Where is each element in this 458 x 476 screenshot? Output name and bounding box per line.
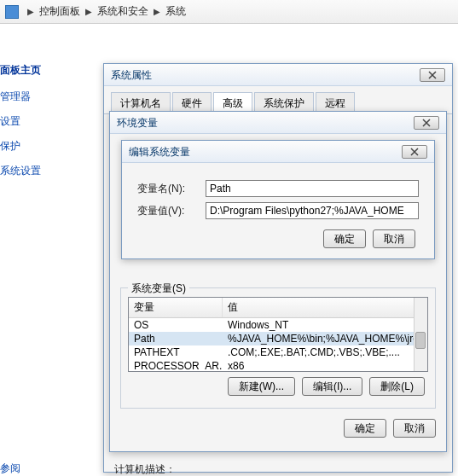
close-button[interactable] xyxy=(420,68,445,82)
table-row[interactable]: Path %JAVA_HOME%\bin;%JAVA_HOME%\jre... xyxy=(129,332,427,345)
close-icon xyxy=(428,71,437,79)
edit-variable-button[interactable]: 编辑(I)... xyxy=(302,377,362,396)
ok-button[interactable]: 确定 xyxy=(344,419,386,438)
variable-name-label: 变量名(N): xyxy=(137,182,206,196)
dialog-title: 环境变量 xyxy=(117,112,158,134)
cancel-button[interactable]: 取消 xyxy=(393,419,436,438)
table-row[interactable]: PATHEXT .COM;.EXE;.BAT;.CMD;.VBS;.VBE;..… xyxy=(129,345,427,359)
sidebar-link[interactable]: 参阅 xyxy=(0,456,94,476)
chevron-right-icon: ▶ xyxy=(27,7,34,16)
col-value[interactable]: 值 xyxy=(223,298,427,317)
scroll-thumb[interactable] xyxy=(415,332,426,349)
col-variable[interactable]: 变量 xyxy=(129,298,223,317)
variable-value-input[interactable] xyxy=(206,202,419,219)
new-variable-button[interactable]: 新建(W)... xyxy=(228,377,295,396)
close-button[interactable] xyxy=(414,116,439,130)
close-icon xyxy=(422,119,431,127)
sidebar-link[interactable]: 管理器 xyxy=(0,84,94,109)
table-row[interactable]: PROCESSOR_AR... x86 xyxy=(129,359,427,372)
group-legend: 系统变量(S) xyxy=(128,282,189,296)
bc-item-2[interactable]: 系统 xyxy=(165,4,186,19)
system-variables-group: 系统变量(S) 变量 值 OS Windows_NT Path %JAVA_HO… xyxy=(120,287,436,409)
sidebar-link[interactable]: 设置 xyxy=(0,109,94,134)
sidebar-link[interactable]: 保护 xyxy=(0,134,94,159)
cancel-button[interactable]: 取消 xyxy=(373,229,415,248)
breadcrumb: ▶ 控制面板 ▶ 系统和安全 ▶ 系统 xyxy=(0,0,458,24)
table-row[interactable]: OS Windows_NT xyxy=(129,318,427,332)
close-icon xyxy=(410,148,419,156)
dialog-titlebar: 环境变量 xyxy=(110,112,446,134)
system-variables-table[interactable]: 变量 值 OS Windows_NT Path %JAVA_HOME%\bin;… xyxy=(128,297,428,372)
close-button[interactable] xyxy=(402,145,427,159)
ok-button[interactable]: 确定 xyxy=(323,229,366,248)
edit-variable-dialog: 编辑系统变量 变量名(N): 变量值(V): 确定 取消 xyxy=(121,140,435,259)
delete-variable-button[interactable]: 删除(L) xyxy=(369,377,425,396)
cpl-icon xyxy=(5,5,19,19)
sidebar-link[interactable]: 系统设置 xyxy=(0,159,94,183)
sidebar-title: 面板主页 xyxy=(0,58,94,84)
bc-item-0[interactable]: 控制面板 xyxy=(39,4,80,19)
dialog-titlebar: 系统属性 xyxy=(104,64,452,86)
variable-value-label: 变量值(V): xyxy=(137,204,206,218)
dialog-title: 编辑系统变量 xyxy=(129,141,190,163)
computer-desc-label: 计算机描述： xyxy=(104,456,452,476)
bc-item-1[interactable]: 系统和安全 xyxy=(97,4,148,19)
chevron-right-icon: ▶ xyxy=(154,7,160,16)
dialog-titlebar: 编辑系统变量 xyxy=(122,141,434,163)
dialog-title: 系统属性 xyxy=(111,64,152,86)
variable-name-input[interactable] xyxy=(206,180,419,197)
scrollbar[interactable] xyxy=(414,298,427,371)
chevron-right-icon: ▶ xyxy=(85,7,92,16)
sidebar: 面板主页 管理器 设置 保护 系统设置 参阅 中心 ows Update 信息和… xyxy=(0,51,94,476)
